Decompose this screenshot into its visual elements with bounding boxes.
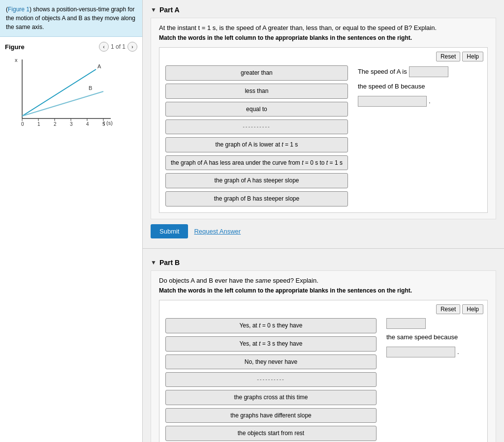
drag-item-separator-a: ---------- xyxy=(165,119,348,134)
part-a-section: ▼ Part A At the instant t = 1 s, is the … xyxy=(143,0,504,244)
part-a-body: At the instant t = 1 s, is the speed of … xyxy=(151,18,496,219)
part-a-left-col: greater than less than equal to --------… xyxy=(165,65,348,206)
svg-text:A: A xyxy=(97,63,101,69)
part-a-help-button[interactable]: Help xyxy=(462,52,483,61)
part-b-question-italic: same xyxy=(255,277,271,284)
part-b-question-prefix: Do objects A and B ever have the xyxy=(159,277,255,284)
sentence-middle-a: the speed of B because xyxy=(358,80,425,93)
svg-text:2: 2 xyxy=(54,121,57,127)
part-b-question-suffix: speed? Explain. xyxy=(271,277,318,284)
part-b-top-buttons: Reset Help xyxy=(436,304,483,314)
svg-text:1: 1 xyxy=(37,121,40,127)
drag-item-graph-b-steeper[interactable]: the graph of B has steeper slope xyxy=(165,191,348,206)
figure-nav: ‹ 1 of 1 › xyxy=(99,42,137,52)
part-a-question: At the instant t = 1 s, is the speed of … xyxy=(159,24,488,31)
page-indicator: 1 of 1 xyxy=(111,43,126,50)
part-a-top-buttons: Reset Help xyxy=(436,52,483,61)
drop-box-reason-a[interactable] xyxy=(358,96,427,107)
request-answer-link[interactable]: Request Answer xyxy=(194,228,241,235)
svg-text:0: 0 xyxy=(21,121,24,127)
figure-header: Figure ‹ 1 of 1 › xyxy=(5,42,137,52)
drop-box-speed-comparison[interactable] xyxy=(409,66,448,77)
svg-text:B: B xyxy=(89,85,92,91)
part-b-body: Do objects A and B ever have the same sp… xyxy=(151,270,496,442)
figure-link[interactable]: Figure 1 xyxy=(8,6,30,13)
divider xyxy=(143,248,504,249)
svg-text:3: 3 xyxy=(70,121,73,127)
drag-item-graph-less-area[interactable]: the graph of A has less area under the c… xyxy=(165,155,348,171)
sentence-end-b: . xyxy=(457,346,459,358)
main-content: ▼ Part A At the instant t = 1 s, is the … xyxy=(143,0,504,442)
drag-item-equal-to[interactable]: equal to xyxy=(165,102,348,117)
drag-item-yes-t3[interactable]: Yes, at t = 3 s they have xyxy=(165,336,377,352)
part-b-header: ▼ Part B xyxy=(151,259,496,266)
drag-item-graphs-cross[interactable]: the graphs cross at this time xyxy=(165,390,377,405)
part-b-section: ▼ Part B Do objects A and B ever have th… xyxy=(143,253,504,442)
part-a-header: ▼ Part A xyxy=(151,6,496,14)
part-b-instruction: Match the words in the left column to th… xyxy=(159,287,488,294)
sentence-prefix-a: The speed of A is xyxy=(358,65,407,78)
svg-line-16 xyxy=(22,69,96,116)
sentence-end-a: . xyxy=(429,95,431,108)
part-b-help-button[interactable]: Help xyxy=(462,304,483,314)
drag-item-yes-t0[interactable]: Yes, at t = 0 s they have xyxy=(165,318,377,333)
part-b-match-container: Reset Help Yes, at t = 0 s they have Yes… xyxy=(159,300,488,442)
part-a-reset-button[interactable]: Reset xyxy=(436,52,460,61)
prev-figure-button[interactable]: ‹ xyxy=(99,42,109,52)
part-a-sentence: The speed of A is the speed of B because… xyxy=(358,65,481,108)
drag-item-graph-lower[interactable]: the graph of A is lower at t = 1 s xyxy=(165,137,348,152)
part-a-submit-row: Submit Request Answer xyxy=(151,224,496,238)
part-a-right-col: The speed of A is the speed of B because… xyxy=(358,65,481,108)
drag-item-less-than[interactable]: less than xyxy=(165,84,348,99)
sidebar: (Figure 1) shows a position-versus-time … xyxy=(0,0,143,442)
part-a-toggle[interactable]: ▼ xyxy=(151,6,157,13)
svg-text:x: x xyxy=(15,57,18,63)
part-b-left-col: Yes, at t = 0 s they have Yes, at t = 3 … xyxy=(165,318,377,442)
svg-line-17 xyxy=(22,91,103,116)
part-b-match-layout: Yes, at t = 0 s they have Yes, at t = 3 … xyxy=(165,318,481,442)
part-b-right-col: the same speed because . xyxy=(386,318,481,358)
figure-title: Figure xyxy=(5,43,99,51)
sentence-middle-b: the same speed because xyxy=(386,331,458,344)
part-b-title: Part B xyxy=(159,259,180,266)
drag-item-greater-than[interactable]: greater than xyxy=(165,65,348,81)
position-time-graph: t (s) x 0 1 2 3 4 5 A B xyxy=(5,55,118,133)
part-a-match-layout: greater than less than equal to --------… xyxy=(165,65,481,206)
sidebar-info: (Figure 1) shows a position-versus-time … xyxy=(0,0,142,37)
part-a-match-container: Reset Help greater than less than equal … xyxy=(159,47,488,213)
drag-item-objects-from-rest[interactable]: the objects start from rest xyxy=(165,426,377,441)
part-b-sentence: the same speed because . xyxy=(386,318,481,358)
next-figure-button[interactable]: › xyxy=(127,42,137,52)
part-a-title: Part A xyxy=(159,6,180,14)
part-b-question: Do objects A and B ever have the same sp… xyxy=(159,277,488,284)
drag-item-separator-b: ---------- xyxy=(165,372,377,386)
drop-box-reason-b[interactable] xyxy=(386,347,455,357)
part-b-toggle[interactable]: ▼ xyxy=(151,259,157,266)
drag-item-no-never[interactable]: No, they never have xyxy=(165,354,377,370)
drag-item-graph-a-steeper[interactable]: the graph of A has steeper slope xyxy=(165,173,348,188)
drop-box-speed-yn[interactable] xyxy=(386,318,426,329)
part-a-instruction: Match the words in the left column to th… xyxy=(159,34,488,41)
figure-reference: (Figure 1) shows a position-versus-time … xyxy=(6,6,135,30)
figure-section: Figure ‹ 1 of 1 › t (s) x 0 1 2 3 xyxy=(0,37,142,442)
svg-text:4: 4 xyxy=(86,121,89,127)
submit-button[interactable]: Submit xyxy=(151,224,188,238)
drag-item-graphs-different-slope[interactable]: the graphs have different slope xyxy=(165,408,377,423)
part-b-reset-button[interactable]: Reset xyxy=(436,304,460,314)
svg-text:5: 5 xyxy=(102,121,105,127)
